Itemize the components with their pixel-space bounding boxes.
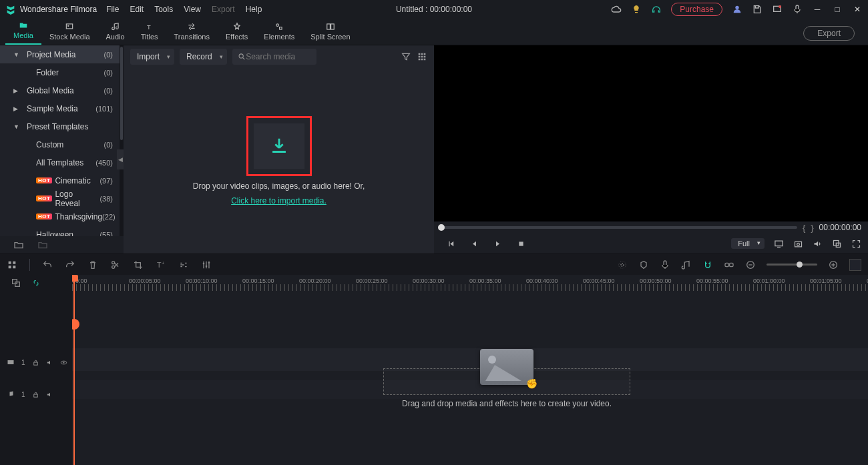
adjust-icon[interactable] bbox=[201, 260, 212, 270]
display-icon[interactable] bbox=[774, 239, 784, 249]
audio-track-header[interactable]: 1 bbox=[0, 384, 72, 405]
minimize-button[interactable]: ─ bbox=[812, 4, 823, 15]
render-icon[interactable] bbox=[617, 260, 628, 270]
sidebar-item-cinematic[interactable]: HOTCinematic(97) bbox=[0, 171, 124, 189]
menu-export: Export bbox=[212, 5, 235, 14]
mark-out-icon[interactable]: } bbox=[811, 223, 813, 233]
volume-icon[interactable] bbox=[813, 239, 823, 249]
preview-panel: { } 00:00:00:00 Full bbox=[434, 45, 868, 254]
close-button[interactable]: ✕ bbox=[852, 4, 863, 15]
new-folder-icon[interactable] bbox=[13, 240, 24, 250]
preview-seek-slider[interactable] bbox=[441, 226, 797, 229]
lock-icon[interactable] bbox=[32, 391, 39, 398]
duplicate-track-icon[interactable] bbox=[11, 278, 21, 288]
tab-titles[interactable]: TTitles bbox=[133, 19, 166, 45]
sidebar-collapse-handle[interactable]: ◀ bbox=[117, 149, 124, 169]
markers-icon[interactable] bbox=[638, 260, 649, 270]
sidebar-item-thanksgiving[interactable]: HOTThanksgiving(22) bbox=[0, 207, 124, 225]
text-add-icon[interactable]: T+ bbox=[156, 260, 166, 270]
redo-icon[interactable] bbox=[65, 260, 75, 270]
tab-stock-media[interactable]: Stock Media bbox=[41, 19, 98, 45]
mute-icon[interactable] bbox=[46, 391, 53, 398]
tab-effects[interactable]: Effects bbox=[218, 19, 256, 45]
video-track-header[interactable]: 1 bbox=[0, 352, 72, 373]
timeline-playhead[interactable] bbox=[73, 275, 75, 465]
menu-file[interactable]: File bbox=[106, 5, 119, 14]
preview-quality-dropdown[interactable]: Full bbox=[731, 238, 765, 249]
split-icon[interactable] bbox=[110, 260, 121, 270]
play-reverse-icon[interactable] bbox=[469, 239, 479, 249]
play-icon[interactable] bbox=[493, 239, 503, 249]
video-track-lane[interactable] bbox=[72, 348, 868, 371]
zoom-in-icon[interactable] bbox=[828, 260, 839, 270]
crop-icon[interactable] bbox=[133, 260, 144, 270]
filter-icon[interactable] bbox=[401, 51, 411, 62]
timeline-ruler[interactable]: 00:0000:00:05:0000:00:10:0000:00:15:0000… bbox=[72, 275, 868, 291]
link-icon[interactable] bbox=[724, 260, 734, 270]
sidebar-item-project-media[interactable]: ▼Project Media(0) bbox=[0, 45, 124, 63]
voiceover-icon[interactable] bbox=[660, 260, 670, 270]
sidebar-item-preset-templates[interactable]: ▼Preset Templates bbox=[0, 117, 124, 135]
sidebar-item-logo-reveal[interactable]: HOTLogo Reveal(38) bbox=[0, 189, 124, 207]
main-area: ▼Project Media(0) Folder(0) ▶Global Medi… bbox=[0, 45, 868, 254]
timeline-body[interactable]: 00:0000:00:05:0000:00:10:0000:00:15:0000… bbox=[72, 275, 868, 465]
sidebar-item-custom[interactable]: Custom(0) bbox=[0, 135, 124, 153]
svg-text:T: T bbox=[146, 24, 150, 31]
visibility-icon[interactable] bbox=[60, 359, 67, 366]
snapshot-icon[interactable] bbox=[793, 239, 803, 249]
save-icon[interactable] bbox=[752, 4, 763, 15]
prev-frame-icon[interactable] bbox=[446, 239, 456, 249]
lock-icon[interactable] bbox=[32, 359, 39, 366]
export-button[interactable]: Export bbox=[803, 26, 855, 41]
svg-point-2 bbox=[779, 5, 781, 8]
sidebar-item-global-media[interactable]: ▶Global Media(0) bbox=[0, 81, 124, 99]
track-color-swatch[interactable] bbox=[849, 259, 861, 271]
message-icon[interactable] bbox=[772, 4, 783, 15]
delete-icon[interactable] bbox=[87, 260, 98, 270]
stop-icon[interactable] bbox=[516, 239, 526, 249]
cloud-icon[interactable] bbox=[611, 4, 622, 15]
grid-view-icon[interactable] bbox=[417, 51, 427, 62]
record-dropdown[interactable]: Record bbox=[180, 49, 227, 65]
main-menu: File Edit Tools View Export Help bbox=[106, 5, 262, 14]
lightbulb-icon[interactable] bbox=[631, 4, 642, 15]
link-track-icon[interactable] bbox=[31, 278, 41, 288]
import-media-link[interactable]: Click here to import media. bbox=[231, 196, 327, 205]
sidebar-item-folder[interactable]: Folder(0) bbox=[0, 63, 124, 81]
apps-icon[interactable] bbox=[7, 260, 17, 270]
import-media-button[interactable] bbox=[254, 123, 304, 169]
search-input[interactable] bbox=[246, 52, 311, 61]
sidebar-item-all-templates[interactable]: All Templates(450) bbox=[0, 153, 124, 171]
fullscreen-icon[interactable] bbox=[851, 239, 861, 249]
purchase-button[interactable]: Purchase bbox=[671, 3, 722, 16]
undo-icon[interactable] bbox=[42, 260, 53, 270]
account-icon[interactable] bbox=[732, 4, 742, 15]
zoom-slider[interactable] bbox=[767, 264, 817, 266]
headset-icon[interactable] bbox=[651, 4, 662, 15]
mic-icon[interactable] bbox=[792, 4, 803, 15]
svg-point-19 bbox=[112, 266, 115, 268]
menu-view[interactable]: View bbox=[184, 5, 201, 14]
tab-media[interactable]: Media bbox=[5, 18, 41, 45]
import-dropdown[interactable]: Import bbox=[130, 49, 174, 65]
tab-audio[interactable]: Audio bbox=[98, 19, 133, 45]
tab-elements[interactable]: Elements bbox=[256, 19, 302, 45]
sidebar-item-sample-media[interactable]: ▶Sample Media(101) bbox=[0, 99, 124, 117]
media-drop-zone[interactable]: Drop your video clips, images, or audio … bbox=[124, 68, 434, 254]
magnet-snap-icon[interactable] bbox=[702, 260, 713, 270]
ruler-label: 00:00:55:00 bbox=[696, 278, 728, 284]
audio-mixer-icon[interactable] bbox=[681, 260, 692, 270]
maximize-button[interactable]: □ bbox=[832, 4, 843, 15]
menu-tools[interactable]: Tools bbox=[154, 5, 173, 14]
tab-transitions[interactable]: Transitions bbox=[166, 19, 218, 45]
speed-icon[interactable] bbox=[178, 260, 189, 270]
menu-edit[interactable]: Edit bbox=[130, 5, 144, 14]
ruler-label: 00:00:15:00 bbox=[242, 278, 274, 284]
tab-split-screen[interactable]: Split Screen bbox=[302, 19, 358, 45]
menu-help[interactable]: Help bbox=[246, 5, 262, 14]
mark-in-icon[interactable]: { bbox=[803, 223, 805, 233]
zoom-out-icon[interactable] bbox=[745, 260, 756, 270]
timeline-drop-slot[interactable]: ✊ bbox=[383, 368, 630, 395]
detach-window-icon[interactable] bbox=[832, 239, 842, 249]
mute-icon[interactable] bbox=[46, 359, 53, 366]
